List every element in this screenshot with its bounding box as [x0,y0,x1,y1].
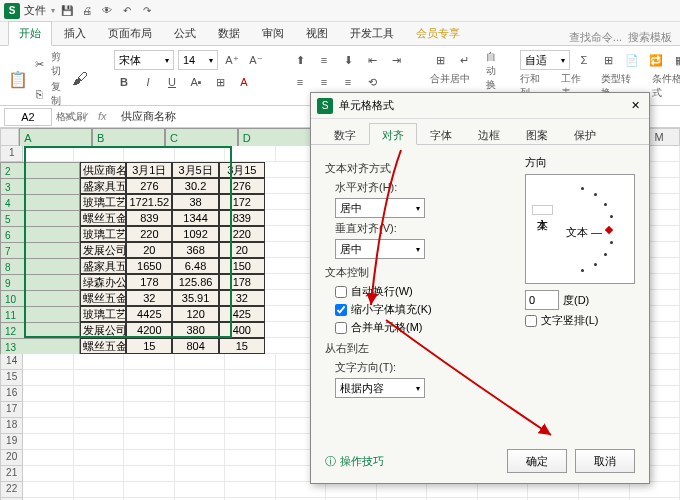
row-header[interactable]: 15 [0,370,23,386]
underline-icon[interactable]: U [162,72,182,92]
cell[interactable] [225,450,276,466]
cell[interactable] [175,418,226,434]
cell[interactable] [427,482,478,498]
border-icon[interactable]: ⊞ [210,72,230,92]
cell[interactable] [225,146,276,162]
cell[interactable]: 220 [219,226,265,242]
cancel-edit-icon[interactable]: ✕ [64,110,73,123]
bold-icon[interactable]: B [114,72,134,92]
cell[interactable]: 1721.52 [126,194,172,210]
cell[interactable] [478,482,529,498]
cell[interactable]: 178 [126,274,172,290]
font-size-select[interactable]: 14▾ [178,50,218,70]
cell[interactable] [74,450,125,466]
cell[interactable] [265,274,311,290]
cell[interactable] [377,482,428,498]
cell[interactable]: 1650 [126,258,172,274]
cell[interactable] [23,466,74,482]
row-header[interactable]: 18 [0,418,23,434]
autofit-select[interactable]: 自适▾ [520,50,570,70]
orientation-canvas[interactable]: 文本 文本 — [525,174,635,284]
align-top-icon[interactable]: ⬆ [290,50,310,70]
cell[interactable] [225,402,276,418]
tab-view[interactable]: 视图 [296,22,338,45]
text-dir-select[interactable]: 根据内容▾ [335,378,425,398]
col-header[interactable]: C [165,128,238,148]
cell[interactable]: 盛家具五金 [80,178,126,194]
cell[interactable]: 4200 [126,322,172,338]
h-align-select[interactable]: 居中▾ [335,198,425,218]
dlg-tab-protect[interactable]: 保护 [561,123,609,144]
save-icon[interactable]: 💾 [59,3,75,19]
cell[interactable]: 15 [126,338,172,354]
cell[interactable] [175,354,226,370]
cell[interactable] [225,418,276,434]
dlg-tab-align[interactable]: 对齐 [369,123,417,145]
cell[interactable] [225,370,276,386]
dlg-tab-border[interactable]: 边框 [465,123,513,144]
tab-review[interactable]: 审阅 [252,22,294,45]
increase-font-icon[interactable]: A⁺ [222,50,242,70]
cell[interactable]: 425 [219,306,265,322]
cell[interactable] [225,466,276,482]
cell[interactable] [265,178,311,194]
row-header[interactable]: 16 [0,386,23,402]
cell[interactable]: 276 [126,178,172,194]
cell[interactable]: 玻璃工艺 [80,194,126,210]
cut-icon[interactable]: ✂ [32,54,47,74]
cell[interactable]: 839 [219,210,265,226]
col-header[interactable]: A [19,128,92,148]
cell[interactable] [74,386,125,402]
cell[interactable] [175,386,226,402]
cell[interactable]: 35.91 [172,290,218,306]
cell[interactable]: 发展公司 [80,242,126,258]
worksheet-icon[interactable]: 📄 [622,50,642,70]
format-painter-icon[interactable]: 🖌 [70,69,90,89]
cell[interactable] [74,370,125,386]
cell[interactable]: 804 [172,338,218,354]
cell[interactable] [124,466,175,482]
cell[interactable] [23,402,74,418]
rows-cols-icon[interactable]: ⊞ [598,50,618,70]
cell[interactable] [74,466,125,482]
cell[interactable] [124,386,175,402]
cell[interactable] [23,450,74,466]
cell[interactable] [265,258,311,274]
align-left-icon[interactable]: ≡ [290,72,310,92]
cell[interactable] [74,402,125,418]
search-templates[interactable]: 搜索模板 [628,30,672,45]
cell[interactable]: 3月15 [219,162,265,178]
tab-home[interactable]: 开始 [8,21,52,46]
cell[interactable]: 15 [219,338,265,354]
stack-text-checkbox[interactable] [525,315,537,327]
cell[interactable] [579,482,630,498]
cell[interactable] [23,386,74,402]
cell[interactable] [225,386,276,402]
cell[interactable]: 400 [219,322,265,338]
cell[interactable] [265,322,311,338]
cell[interactable]: 发展公司 [80,322,126,338]
cell[interactable] [23,418,74,434]
orientation-icon[interactable]: ⟲ [362,72,382,92]
merge-checkbox[interactable] [335,322,347,334]
row-header[interactable]: 1 [0,146,23,162]
select-all-corner[interactable] [0,128,19,146]
row-header[interactable]: 19 [0,434,23,450]
cell[interactable]: 276 [219,178,265,194]
cell[interactable] [74,434,125,450]
cell[interactable] [528,482,579,498]
cancel-button[interactable]: 取消 [575,449,635,473]
cell[interactable] [276,482,327,498]
cell[interactable] [225,434,276,450]
tab-data[interactable]: 数据 [208,22,250,45]
cell[interactable]: 30.2 [172,178,218,194]
cell[interactable]: 38 [172,194,218,210]
cell[interactable]: 1344 [172,210,218,226]
confirm-edit-icon[interactable]: ✓ [81,110,90,123]
tab-formula[interactable]: 公式 [164,22,206,45]
dlg-tab-font[interactable]: 字体 [417,123,465,144]
cell[interactable]: 3月1日 [126,162,172,178]
cell[interactable]: 盛家具五金 [80,258,126,274]
cell[interactable] [175,466,226,482]
cell[interactable] [265,162,311,178]
